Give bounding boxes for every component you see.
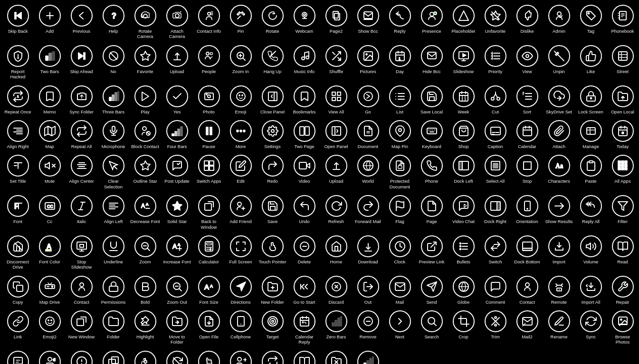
icon-item-street[interactable]: Street [607,42,639,83]
icon-item-repair[interactable]: Repair [607,273,639,308]
icon-item-search[interactable]: Search [416,308,448,348]
icon-item-map-pin[interactable]: Map Pin [384,117,416,152]
icon-item-switch-apps[interactable]: Switch Apps [193,152,225,192]
icon-item-zoom[interactable]: Zoom [129,233,161,273]
icon-item-message[interactable]: Message [2,348,34,364]
icon-item-link[interactable]: Link [2,308,34,348]
icon-item-priority[interactable]: Priority [479,42,511,83]
icon-item-forward-mail[interactable]: Forward Mail [352,192,384,233]
icon-item-help[interactable]: ?Help [97,2,129,42]
icon-item-mail2[interactable]: Mail2 [511,308,543,348]
icon-item-dock-bottom[interactable]: Dock Bottom [511,233,543,273]
icon-item-skydrive-set[interactable]: SkyDrive Set [543,83,575,117]
icon-item-emoji2[interactable]: Emoji2 [34,308,66,348]
icon-item-dislike[interactable]: Dislike [511,2,543,42]
icon-item-cellphone[interactable]: Cellphone [225,308,257,348]
icon-item-save-local[interactable]: Save Local [416,83,448,117]
icon-item-close-panel[interactable]: Close Panel [257,83,288,117]
icon-item-comment[interactable]: Comment [479,273,511,308]
icon-item-view[interactable]: View [511,42,543,83]
icon-item-upload2[interactable]: Upload [320,152,352,192]
icon-item-all-apps[interactable]: All Apps [607,152,639,192]
icon-item-photo[interactable]: Photo [193,83,225,117]
icon-item-out[interactable]: Out [352,273,384,308]
icon-item-shuffle[interactable]: Shuffle [320,42,352,83]
icon-item-contact-info[interactable]: Contact Info [193,2,225,42]
icon-item-font-color[interactable]: AFont Color [34,233,66,273]
icon-item-touch-pointer[interactable]: Touch Pointer [257,233,288,273]
icon-item-map-drive[interactable]: Map Drive [34,273,66,308]
icon-item-cc[interactable]: CCCc [34,192,66,233]
icon-item-tag[interactable]: Tag [575,2,607,42]
icon-item-like-dislike[interactable]: Like/Dislike [193,348,225,364]
icon-item-sync[interactable]: Sync [575,308,607,348]
icon-item-calendar-reply[interactable]: Calendar Reply [288,308,320,348]
icon-item-outline-star[interactable]: Outline Star [129,152,161,192]
icon-item-open-file[interactable]: Open File [193,308,225,348]
icon-item-read[interactable]: Read [607,233,639,273]
icon-item-phone[interactable]: Phone [416,152,448,192]
icon-item-send[interactable]: Send [416,273,448,308]
icon-item-video-chat[interactable]: Video Chat [448,192,479,233]
icon-item-calculator[interactable]: Calculator [193,233,225,273]
icon-item-target[interactable]: Target [257,308,288,348]
icon-item-page[interactable]: Page [416,192,448,233]
icon-item-attach[interactable]: Attach [543,117,575,152]
icon-item-favorite[interactable]: Favorite [129,42,161,83]
icon-item-rotate-camera[interactable]: Rotate Camera [129,2,161,42]
icon-item-report-hacked[interactable]: Report Hacked [2,42,34,83]
icon-item-flag[interactable]: Flag [384,192,416,233]
icon-item-mail[interactable]: Mail [384,273,416,308]
icon-item-show-results[interactable]: Show Results [543,192,575,233]
icon-item-day[interactable]: 1Day [384,42,416,83]
icon-item-align-right[interactable]: Align Right [2,117,34,152]
icon-item-placeholder[interactable]: Placeholder [448,2,479,42]
icon-item-shop[interactable]: Shop [448,117,479,152]
icon-item-unfavorite[interactable]: Unfavorite [479,2,511,42]
icon-item-settings[interactable]: Settings [257,117,288,152]
icon-item-open-panel[interactable]: Open Panel [320,117,352,152]
icon-item-set-title[interactable]: Set Title [2,152,34,192]
icon-item-font[interactable]: FFont [2,192,34,233]
icon-item-play[interactable]: Play [129,83,161,117]
icon-item-hide-bcc[interactable]: Hide Bcc [416,42,448,83]
icon-item-add[interactable]: Add [34,2,66,42]
icon-item-paste[interactable]: Paste [575,152,607,192]
icon-item-phonebook[interactable]: Phonebook [607,2,639,42]
icon-item-other-user[interactable]: Other User [225,348,257,364]
icon-item-align-center[interactable]: Align Center [66,152,97,192]
icon-item-video[interactable]: Video [288,152,320,192]
icon-item-delete[interactable]: Delete [288,233,320,273]
icon-item-unpin[interactable]: Unpin [543,42,575,83]
icon-item-two-page[interactable]: Two Page [288,117,320,152]
icon-item-directions[interactable]: Directions [225,273,257,308]
icon-item-go[interactable]: Go [352,83,384,117]
icon-item-dock-left[interactable]: Dock Left [448,152,479,192]
icon-item-contact2[interactable]: Contact [511,273,543,308]
icon-item-volume[interactable]: Volume [575,233,607,273]
icon-item-select-all[interactable]: Select All [479,152,511,192]
icon-item-sync-folder[interactable]: Sync Folder [66,83,97,117]
icon-item-zero-bars[interactable]: Zero Bars [320,308,352,348]
icon-item-highlight[interactable]: Highlight [129,308,161,348]
icon-item-show-bcc[interactable]: Show Bcc [352,2,384,42]
icon-item-attach-camera[interactable]: Attach Camera [161,2,193,42]
icon-item-decrease-font[interactable]: AADecrease Font [129,192,161,233]
icon-item-redo[interactable]: Redo [257,152,288,192]
icon-item-back-to-window[interactable]: Back to Window [193,192,225,233]
icon-item-audio[interactable]: Audio [129,348,161,364]
icon-item-font-size[interactable]: AAFont Size [193,273,225,308]
icon-item-italic[interactable]: Italic [66,192,97,233]
icon-item-zoom-out[interactable]: Zoom Out [161,273,193,308]
icon-item-pictures[interactable]: Pictures [352,42,384,83]
icon-item-like[interactable]: Like [575,42,607,83]
icon-item-refresh[interactable]: Refresh [320,192,352,233]
icon-item-one-bar[interactable]: One Bar [352,348,384,364]
icon-item-align-left[interactable]: Align Left [97,192,129,233]
icon-item-upload[interactable]: Upload [161,42,193,83]
icon-item-admin[interactable]: Admin [543,2,575,42]
icon-item-cut[interactable]: Cut [479,83,511,117]
icon-item-webcam[interactable]: Webcam [288,2,320,42]
icon-item-repeat-once[interactable]: 1Repeat Once [2,83,34,117]
icon-item-new-window[interactable]: New Window [66,308,97,348]
